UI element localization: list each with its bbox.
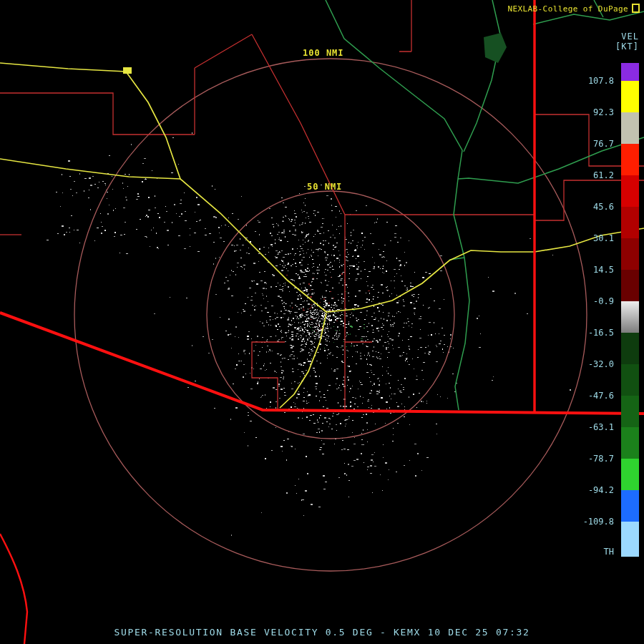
county-line-east: [535, 180, 644, 220]
international-border-line: [0, 313, 644, 414]
range-label-50nmi: 50 NMI: [307, 182, 342, 192]
colorbar-unit-bracket: [KT]: [615, 42, 639, 52]
river-line-south: [454, 179, 469, 410]
radar-display: NEXLAB-College of DuPage 100 NMI 50 NMI …: [0, 0, 644, 644]
border-southwest-curve: [0, 534, 27, 644]
river-line-north: [326, 0, 462, 179]
colorbar-unit-label: VEL: [621, 31, 639, 42]
range-label-100nmi: 100 NMI: [303, 48, 344, 58]
road-shield-marker: [123, 67, 132, 74]
colorbar-th-label: TH: [604, 547, 614, 557]
county-line-top-center: [399, 0, 411, 52]
river-line-east: [458, 137, 644, 183]
cod-logo-icon: [632, 4, 640, 13]
watermark-title: NEXLAB-College of DuPage: [507, 4, 628, 14]
product-caption: SUPER-RESOLUTION BASE VELOCITY 0.5 DEG -…: [114, 627, 530, 638]
range-ring-100nmi: [74, 59, 587, 571]
highway-northwest: [0, 63, 180, 179]
county-line-northwest: [0, 34, 252, 135]
lake-polygon: [484, 33, 507, 63]
county-line-stairstep: [252, 342, 285, 410]
map-overlay: [0, 0, 644, 644]
river-line-northeast: [464, 0, 501, 152]
county-line-northeast: [535, 114, 644, 166]
highway-i19-south: [280, 313, 326, 408]
range-ring-50nmi: [207, 191, 454, 439]
